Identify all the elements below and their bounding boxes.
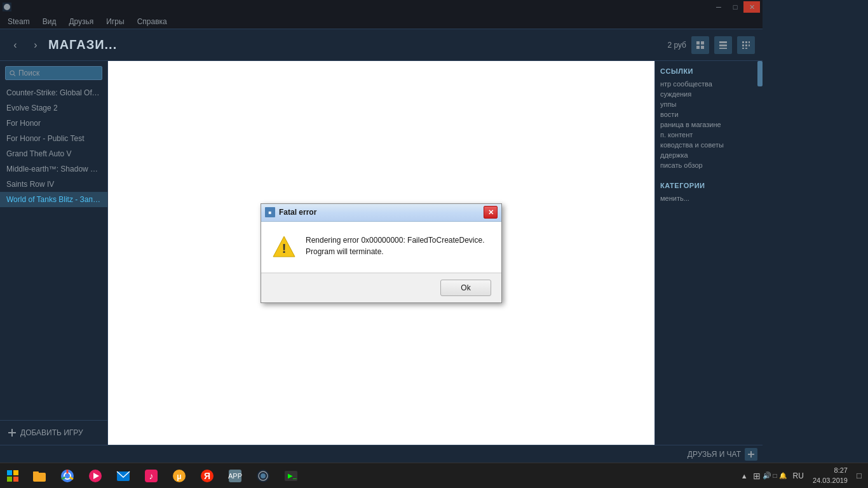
main-content-area: ■ Fatal error ✕ ! [108,61,654,445]
right-link-6[interactable]: ководства и советы [660,140,757,150]
notification-icon: 🔔 [779,472,787,479]
sidebar-item-cs[interactable]: Counter-Strike: Global Offe... [0,85,107,100]
categories-section-title: КАТЕГОРИИ [660,182,757,189]
chrome-icon [60,468,75,484]
error-message-line2: Program will terminate. [306,246,485,257]
svg-point-16 [10,71,14,74]
add-game-button[interactable]: ДОБАВИТЬ ИГРУ [5,426,102,440]
plus-icon [8,428,17,437]
svg-text:μ: μ [177,472,181,481]
svg-rect-14 [742,48,744,49]
svg-text:Я: Я [204,471,210,481]
sidebar-bottom: ДОБАВИТЬ ИГРУ [0,420,107,445]
right-link-1[interactable]: суждения [660,89,757,99]
sidebar-item-wot[interactable]: World of Tanks Blitz - Запу... [0,192,107,207]
right-link-4[interactable]: раница в магазине [660,119,757,130]
taskbar-app-button[interactable]: APP [221,463,249,489]
taskbar-chrome-button[interactable] [53,463,81,489]
volume-icon[interactable]: 🔊 [763,471,771,480]
systray-icons: ⊞ 🔊 □ 🔔 [750,471,789,481]
right-link-0[interactable]: нтр сообщества [660,79,757,89]
music-icon: ♪ [144,468,159,484]
taskbar-terminal-button[interactable]: ▶_ [277,463,305,489]
view-icon-3[interactable] [737,36,755,54]
right-link-7[interactable]: ддержка [660,150,757,160]
friends-chat-button[interactable]: ДРУЗЬЯ И ЧАТ [688,450,741,459]
sidebar-item-evolve[interactable]: Evolve Stage 2 [0,100,107,116]
svg-rect-9 [745,41,747,43]
right-link-2[interactable]: уппы [660,99,757,109]
taskbar-torrent-button[interactable]: μ [165,463,193,489]
action-center-button[interactable]: □ [853,463,865,489]
sidebar-item-middleearth[interactable]: Middle-earth™: Shadow of ... [0,161,107,177]
svg-rect-13 [749,44,750,46]
right-scrollbar[interactable] [757,61,763,445]
search-container [5,66,102,80]
taskbar-explorer-button[interactable] [25,463,53,489]
dialog-title: Fatal error [279,208,316,217]
menu-help[interactable]: Справка [135,17,170,26]
svg-rect-10 [749,41,750,43]
start-button[interactable] [0,463,25,489]
svg-rect-23 [748,454,754,455]
ok-button[interactable]: Ok [440,280,491,296]
minimize-button[interactable]: ─ [710,1,727,13]
sidebar-item-gta5[interactable]: Grand Theft Auto V [0,146,107,161]
language-indicator[interactable]: RU [789,463,808,489]
maximize-button[interactable]: □ [727,1,743,13]
right-scroll-thumb[interactable] [757,61,763,86]
systray-expand-button[interactable]: ▲ [738,472,750,480]
taskbar-yandex-button[interactable]: Я [193,463,221,489]
system-clock: 8:27 24.03.2019 [808,466,853,485]
menu-friends[interactable]: Друзья [66,17,96,26]
terminal-icon: ▶_ [283,468,299,484]
error-message-container: Rendering error 0x00000000: FailedToCrea… [306,234,485,257]
right-category-0[interactable]: менить... [660,193,757,203]
steam-taskbar-icon [255,468,271,484]
titlebar-controls: ─ □ ✕ [710,1,760,13]
back-button[interactable]: ‹ [8,37,23,53]
svg-rect-11 [742,44,744,46]
dialog-close-button[interactable]: ✕ [484,206,498,219]
taskbar-media-button[interactable] [81,463,109,489]
svg-rect-24 [7,470,12,475]
sidebar-item-saintsrow[interactable]: Saints Row IV [0,177,107,192]
sidebar: Counter-Strike: Global Offe... Evolve St… [0,61,108,445]
taskbar-music-button[interactable]: ♪ [137,463,165,489]
view-icon-1[interactable] [691,36,709,54]
svg-rect-25 [13,470,18,475]
taskbar-steam-button[interactable] [249,463,277,489]
taskbar: ♪ μ Я APP [0,463,868,488]
taskbar-mail-button[interactable] [109,463,137,489]
svg-rect-27 [13,477,18,482]
close-button[interactable]: ✕ [743,1,760,13]
add-friend-button[interactable] [745,448,757,461]
menu-games[interactable]: Игры [104,17,126,26]
svg-rect-26 [7,477,12,482]
sidebar-item-forhonor-test[interactable]: For Honor - Public Test [0,131,107,146]
search-input[interactable] [18,69,98,78]
torrent-icon: μ [172,468,187,484]
svg-rect-5 [719,41,727,43]
add-friend-icon [747,451,755,458]
svg-rect-15 [745,48,747,49]
steam-menubar: Steam Вид Друзья Игры Справка [0,14,763,29]
svg-point-49 [261,473,266,478]
dialog-app-icon: ■ [265,207,275,217]
svg-rect-19 [8,432,16,433]
steam-titlebar: ─ □ ✕ [0,0,763,14]
right-link-5[interactable]: п. контент [660,130,757,140]
forward-button[interactable]: › [28,37,43,53]
navbar-right: 2 руб [667,36,755,54]
right-link-3[interactable]: вости [660,109,757,119]
error-dialog-body: ! Rendering error 0x00000000: FailedToCr… [261,222,501,273]
menu-steam[interactable]: Steam [5,17,32,26]
sidebar-item-forhonor[interactable]: For Honor [0,116,107,131]
menu-view[interactable]: Вид [40,17,59,26]
svg-line-17 [14,74,15,76]
view-icon-2[interactable] [714,36,732,54]
svg-rect-6 [719,44,727,46]
right-link-8[interactable]: писать обзор [660,160,757,170]
add-game-label: ДОБАВИТЬ ИГРУ [20,428,83,437]
error-dialog-titlebar: ■ Fatal error ✕ [261,204,501,222]
